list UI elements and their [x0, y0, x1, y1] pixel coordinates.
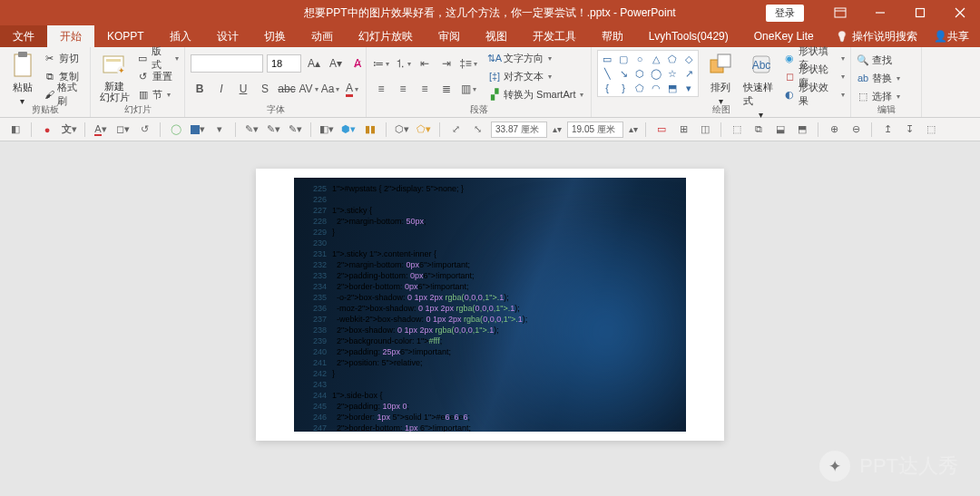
qat-btn-14[interactable]: ⬢▾ — [340, 122, 357, 138]
group-paragraph-label: 段落 — [367, 103, 591, 116]
qat-btn-23[interactable]: ⬚ — [729, 122, 745, 138]
numbering-button[interactable]: ⒈ — [394, 54, 412, 73]
tab-koppt[interactable]: KOPPT — [94, 25, 157, 47]
decrease-font-button[interactable]: A▾ — [327, 54, 345, 73]
tab-slideshow[interactable]: 幻灯片放映 — [346, 25, 426, 47]
paste-button[interactable]: 粘贴▾ — [5, 50, 40, 106]
qat-btn-21[interactable]: ⊞ — [675, 122, 691, 138]
minimize-button[interactable] — [860, 0, 900, 25]
qat-btn-6[interactable]: ↺ — [136, 122, 152, 138]
qat-btn-17[interactable]: ⬠▾ — [416, 122, 432, 138]
change-case-button[interactable]: Aa — [321, 80, 339, 98]
text-direction-button[interactable]: ⇅A文字方向 — [488, 50, 583, 66]
columns-button[interactable]: ▥ — [459, 80, 477, 98]
font-color-button[interactable]: A — [343, 80, 361, 98]
qat-btn-8[interactable]: ▾ — [190, 122, 206, 138]
qat-btn-18[interactable]: ⤢ — [447, 122, 464, 138]
tab-lvyhtools[interactable]: LvyhTools(0429) — [636, 25, 741, 47]
font-family-select[interactable] — [191, 54, 263, 73]
find-button[interactable]: 🔍查找 — [857, 52, 900, 68]
shape-effects-button[interactable]: ◐形状效果 — [783, 86, 845, 102]
align-text-button[interactable]: [‡]对齐文本 — [488, 68, 583, 84]
layout-button[interactable]: ▭版式 — [137, 50, 179, 66]
bullets-button[interactable]: ≔ — [372, 54, 390, 73]
group-drawing: ▭▢○△⬠◇ ╲↘⬡◯☆↗ {}⬠◠⬒▾ 排列▾ Abc 快速样式▾ ◉形状填充… — [592, 47, 851, 117]
justify-button[interactable]: ≣ — [437, 80, 456, 98]
increase-indent-button[interactable]: ⇥ — [437, 54, 456, 73]
qat-btn-24[interactable]: ⧉ — [750, 122, 767, 138]
slide[interactable]: 2251">#wpstats { 2">display: 5">none; }2… — [256, 169, 724, 441]
tab-transitions[interactable]: 切换 — [251, 25, 299, 47]
tab-developer[interactable]: 开发工具 — [520, 25, 589, 47]
qat-btn-2[interactable]: ● — [39, 122, 55, 138]
scissors-icon: ✂ — [44, 52, 56, 64]
qat-width-field[interactable]: 33.87 厘米 — [491, 122, 547, 138]
qat-btn-7[interactable]: ◯ — [168, 122, 184, 138]
select-button[interactable]: ⬚选择 — [857, 88, 900, 104]
qat-btn-13[interactable]: ◧▾ — [318, 122, 335, 138]
shapes-gallery[interactable]: ▭▢○△⬠◇ ╲↘⬡◯☆↗ {}⬠◠⬒▾ — [597, 50, 699, 97]
qat-btn-29[interactable]: ↥ — [879, 122, 896, 138]
qat-btn-15[interactable]: ▮▮ — [362, 122, 378, 138]
slide-image[interactable]: 2251">#wpstats { 2">display: 5">none; }2… — [294, 178, 686, 432]
strikethrough-button[interactable]: abc — [278, 80, 296, 98]
clear-formatting-button[interactable]: A̷ — [348, 54, 367, 73]
qat-btn-5[interactable]: ◻▾ — [114, 122, 131, 138]
maximize-button[interactable] — [900, 0, 940, 25]
group-font-label: 字体 — [185, 103, 366, 116]
qat-btn-9[interactable]: ▾ — [211, 122, 228, 138]
decrease-indent-button[interactable]: ⇤ — [416, 54, 434, 73]
char-spacing-button[interactable]: AV — [299, 80, 318, 98]
new-slide-button[interactable]: ✦ 新建 幻灯片 — [96, 50, 133, 102]
section-button[interactable]: ▥节 — [137, 86, 179, 102]
qat-btn-1[interactable]: ◧ — [7, 122, 24, 138]
reset-button[interactable]: ↺重置 — [137, 68, 179, 84]
qat-btn-10[interactable]: ✎▾ — [243, 122, 260, 138]
ribbon-display-options[interactable] — [820, 0, 860, 25]
shadow-button[interactable]: S — [256, 80, 274, 98]
italic-button[interactable]: I — [212, 80, 230, 98]
replace-button[interactable]: ab替换 — [857, 70, 900, 86]
close-button[interactable] — [940, 0, 980, 25]
tab-animations[interactable]: 动画 — [299, 25, 346, 47]
format-painter-button[interactable]: 🖌格式刷 — [44, 86, 84, 102]
qat-btn-27[interactable]: ⊕ — [826, 122, 842, 138]
qat-btn-20[interactable]: ▭ — [653, 122, 670, 138]
qat-btn-26[interactable]: ⬒ — [794, 122, 810, 138]
tab-home[interactable]: 开始 — [47, 25, 94, 47]
share-button[interactable]: 👤 共享 — [934, 25, 969, 47]
qat-btn-19[interactable]: ⤡ — [469, 122, 485, 138]
tab-review[interactable]: 审阅 — [426, 25, 473, 47]
cut-button[interactable]: ✂剪切 — [44, 50, 84, 66]
qat-btn-3[interactable]: 文▾ — [61, 122, 77, 138]
qat-height-field[interactable]: 19.05 厘米 — [567, 122, 623, 138]
tell-me-search[interactable]: 操作说明搜索 — [827, 25, 926, 47]
login-button[interactable]: 登录 — [766, 5, 804, 22]
bold-button[interactable]: B — [191, 80, 209, 98]
qat-btn-16[interactable]: ⬡▾ — [394, 122, 410, 138]
convert-smartart-button[interactable]: ▞转换为 SmartArt — [488, 86, 583, 102]
qat-btn-30[interactable]: ↧ — [901, 122, 917, 138]
qat-btn-4[interactable]: A▾ — [93, 122, 109, 138]
qat-btn-11[interactable]: ✎▾ — [265, 122, 281, 138]
qat-btn-22[interactable]: ◫ — [697, 122, 713, 138]
align-text-icon: [‡] — [488, 70, 501, 83]
align-center-button[interactable]: ≡ — [394, 80, 412, 98]
increase-font-button[interactable]: A▴ — [305, 54, 323, 73]
slide-canvas[interactable]: 2251">#wpstats { 2">display: 5">none; }2… — [0, 141, 980, 496]
qat-btn-12[interactable]: ✎▾ — [287, 122, 303, 138]
align-right-button[interactable]: ≡ — [416, 80, 434, 98]
line-spacing-button[interactable]: ‡≡ — [459, 54, 477, 73]
qat-btn-31[interactable]: ⬚ — [923, 122, 939, 138]
arrange-button[interactable]: 排列▾ — [702, 50, 740, 106]
align-left-button[interactable]: ≡ — [372, 80, 390, 98]
font-size-select[interactable] — [267, 54, 301, 73]
tab-view[interactable]: 视图 — [473, 25, 520, 47]
copy-icon: ⧉ — [44, 70, 56, 83]
qat-btn-28[interactable]: ⊖ — [848, 122, 864, 138]
qat-btn-25[interactable]: ⬓ — [772, 122, 789, 138]
tab-design[interactable]: 设计 — [204, 25, 251, 47]
underline-button[interactable]: U — [234, 80, 252, 98]
tab-file[interactable]: 文件 — [0, 25, 47, 47]
tab-help[interactable]: 帮助 — [589, 25, 636, 47]
